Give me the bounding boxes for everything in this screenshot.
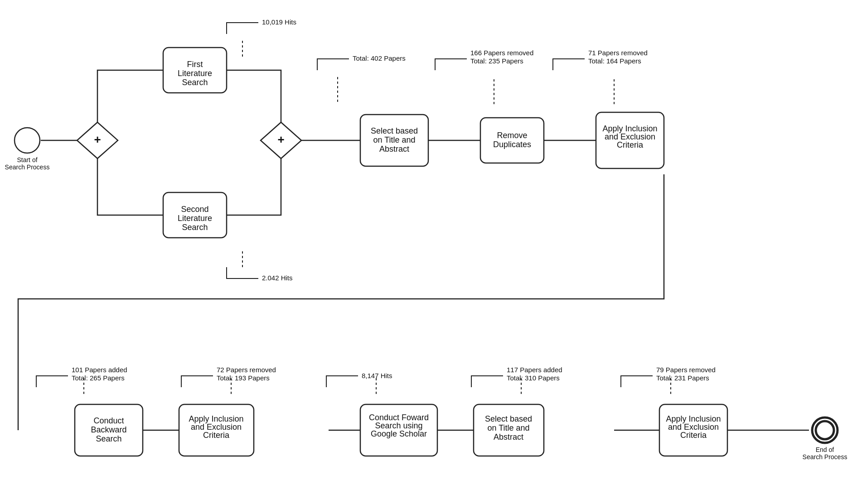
select-title-abstract-1: Select based on Title and Abstract [360,115,428,166]
svg-text:Conduct: Conduct [93,416,124,425]
annotation-hits8147: 8,147 Hits [326,372,392,387]
svg-text:Literature: Literature [178,69,212,78]
line-gw1-second [97,158,163,215]
annotation-removed166: 166 Papers removed Total: 235 Papers [435,49,533,70]
end-node: End of Search Process [803,418,847,461]
line-apply1-down [18,174,664,430]
svg-text:Apply Inclusion: Apply Inclusion [602,124,657,133]
svg-text:Second: Second [181,205,208,214]
svg-text:First: First [187,60,203,69]
svg-text:Backward: Backward [91,425,126,434]
svg-text:Select based: Select based [485,414,532,423]
select-title-abstract-2: Select based on Title and Abstract [474,404,544,456]
svg-text:Search: Search [96,434,121,443]
svg-text:and Exclusion: and Exclusion [605,132,655,141]
svg-text:Total: 235 Papers: Total: 235 Papers [470,57,523,65]
svg-text:Select based: Select based [371,126,418,135]
svg-text:Abstract: Abstract [379,144,409,154]
svg-point-16 [15,128,40,153]
svg-text:Search using: Search using [375,421,422,430]
svg-text:Search Process: Search Process [5,163,50,171]
svg-text:72 Papers removed: 72 Papers removed [217,366,276,374]
conduct-forward-search: Conduct Foward Search using Google Schol… [360,404,437,456]
svg-text:+: + [277,133,284,146]
svg-text:Apply Inclusion: Apply Inclusion [666,414,721,423]
svg-text:Criteria: Criteria [617,140,644,149]
line-gw1-first [97,70,163,122]
svg-text:Total: 265 Papers: Total: 265 Papers [72,374,125,382]
second-literature-search: Second Literature Search [163,192,227,238]
svg-text:71 Papers removed: 71 Papers removed [588,49,648,57]
svg-text:Google Scholar: Google Scholar [371,429,427,438]
svg-text:8,147 Hits: 8,147 Hits [362,372,392,379]
svg-text:and Exclusion: and Exclusion [191,422,242,432]
first-literature-search: First Literature Search [163,48,227,93]
annotation-removed71: 71 Papers removed Total: 164 Papers [553,49,648,70]
svg-text:Abstract: Abstract [494,432,523,442]
svg-text:Criteria: Criteria [203,431,230,440]
svg-text:117 Papers added: 117 Papers added [507,366,562,374]
svg-text:Apply Inclusion: Apply Inclusion [189,414,243,423]
svg-text:Search: Search [182,78,208,87]
svg-text:166 Papers removed: 166 Papers removed [470,49,533,57]
svg-text:Total: 310 Papers: Total: 310 Papers [507,374,560,382]
start-node: Start of Search Process [5,128,50,171]
svg-text:on Title and: on Title and [373,135,415,144]
svg-text:Duplicates: Duplicates [493,140,531,149]
annotation-removed72: 72 Papers removed Total: 193 Papers [181,366,276,387]
svg-text:Start of: Start of [17,156,37,163]
annotation-total402: Total: 402 Papers [317,54,406,70]
svg-text:+: + [94,133,101,146]
svg-text:Remove: Remove [497,131,527,140]
annotation-added101: 101 Papers added Total: 265 Papers [36,366,127,387]
svg-text:Total: 231 Papers: Total: 231 Papers [656,374,709,382]
gateway1: + [77,122,118,158]
process-diagram: 10,019 Hits 2.042 Hits Total: 402 Papers… [0,0,862,504]
svg-text:on Title and: on Title and [487,423,529,432]
line-second-gw2 [227,158,281,215]
svg-text:Search: Search [182,223,208,232]
line-first-gw2 [227,70,281,122]
svg-text:End of: End of [816,446,834,453]
svg-text:Total: 164 Papers: Total: 164 Papers [588,57,641,65]
svg-text:Conduct Foward: Conduct Foward [369,413,429,422]
annotation-hits1: 10,019 Hits [227,18,296,34]
annotation-hits2: 2.042 Hits [227,267,293,282]
svg-text:and Exclusion: and Exclusion [668,422,719,432]
apply-inclusion-3: Apply Inclusion and Exclusion Criteria [659,404,727,456]
remove-duplicates: Remove Duplicates [480,118,544,163]
svg-text:79 Papers removed: 79 Papers removed [656,366,716,374]
svg-point-63 [816,421,834,439]
svg-text:2.042 Hits: 2.042 Hits [262,274,293,282]
conduct-backward-search: Conduct Backward Search [75,404,143,456]
svg-text:Total: 402 Papers: Total: 402 Papers [353,54,406,62]
svg-text:Literature: Literature [178,214,212,223]
annotation-removed79: 79 Papers removed Total: 231 Papers [621,366,716,387]
svg-text:Total: 193 Papers: Total: 193 Papers [217,374,270,382]
apply-inclusion-1: Apply Inclusion and Exclusion Criteria [596,112,664,168]
gateway2: + [261,122,301,158]
svg-text:Search Process: Search Process [803,453,847,461]
svg-text:101 Papers added: 101 Papers added [72,366,127,374]
svg-text:10,019 Hits: 10,019 Hits [262,18,296,26]
apply-inclusion-2: Apply Inclusion and Exclusion Criteria [179,404,254,456]
svg-text:Criteria: Criteria [680,431,707,440]
annotation-added117: 117 Papers added Total: 310 Papers [471,366,562,387]
